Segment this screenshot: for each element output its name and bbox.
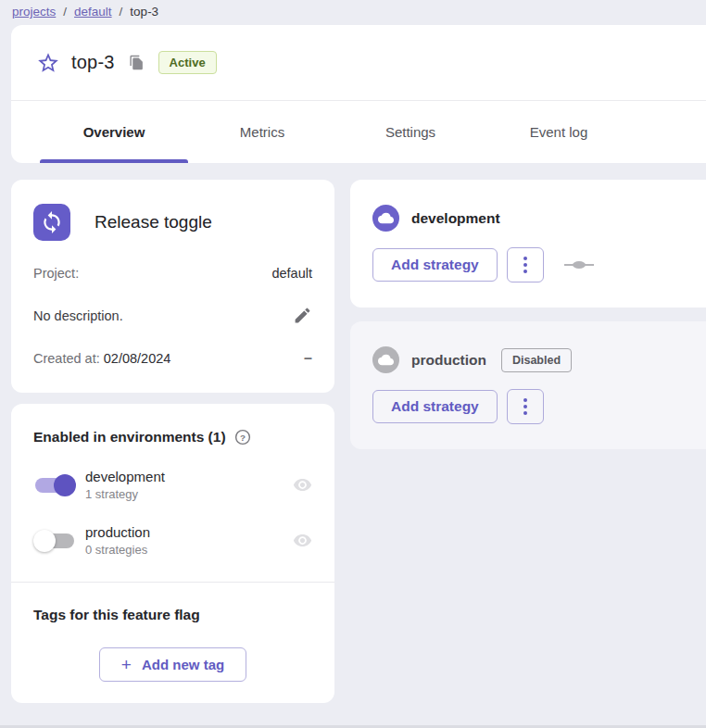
created-at-label: Created at: (33, 351, 100, 366)
feature-header-card: top-3 Active Overview Metrics Settings E… (11, 25, 706, 163)
help-icon[interactable]: ? (234, 429, 251, 446)
environment-name: development (85, 469, 165, 484)
tab-overview-label: Overview (83, 124, 145, 140)
cloud-icon (372, 205, 399, 232)
release-toggle-icon (33, 204, 70, 241)
environment-panel-name: development (411, 210, 500, 227)
tab-settings-label: Settings (385, 124, 435, 140)
environments-card: Enabled in environments (1) ? developmen… (11, 404, 334, 703)
description-text: No description. (33, 308, 123, 323)
dash-icon: – (304, 350, 312, 367)
tab-settings[interactable]: Settings (336, 101, 485, 163)
visibility-eye-icon[interactable] (293, 531, 312, 550)
svg-text:?: ? (240, 433, 246, 443)
environment-panel-production: production Disabled Add strategy (350, 321, 706, 449)
environment-disabled-badge: Disabled (501, 348, 572, 372)
visibility-eye-icon[interactable] (293, 475, 312, 495)
breadcrumb-current: top-3 (130, 5, 158, 19)
add-new-tag-label: Add new tag (142, 657, 224, 672)
environment-name: production (85, 524, 150, 540)
tab-metrics-label: Metrics (240, 124, 284, 140)
page-title: top-3 (71, 52, 115, 73)
production-toggle[interactable] (33, 529, 76, 553)
edit-description-icon[interactable] (293, 306, 312, 325)
environment-row-production: production 0 strategies (33, 524, 312, 557)
flag-type-row: Release toggle (33, 204, 312, 241)
tab-event-log-label: Event log (530, 124, 588, 140)
description-row: No description. (33, 306, 312, 325)
environment-panel-name: production (411, 352, 486, 369)
add-new-tag-button[interactable]: + Add new tag (99, 647, 246, 682)
environment-row-development: development 1 strategy (33, 469, 312, 501)
breadcrumb-separator: / (120, 5, 123, 19)
environment-more-options-button[interactable] (507, 389, 544, 424)
created-at-text: Created at: 02/08/2024 (33, 351, 170, 366)
flag-details-card: Release toggle Project: default No descr… (11, 180, 334, 393)
active-tab-indicator (40, 159, 188, 163)
plus-icon: + (121, 659, 132, 672)
tags-heading: Tags for this feature flag (33, 607, 312, 623)
card-divider (11, 582, 334, 583)
tab-event-log[interactable]: Event log (485, 101, 633, 163)
breadcrumb-default[interactable]: default (74, 5, 112, 19)
cloud-icon (372, 346, 399, 373)
favorite-star-icon[interactable] (36, 51, 60, 75)
flag-type-label: Release toggle (95, 212, 212, 232)
tab-metrics[interactable]: Metrics (188, 101, 336, 163)
environment-more-options-button[interactable] (507, 247, 544, 282)
title-row: top-3 Active (11, 25, 706, 100)
created-at-value: 02/08/2024 (104, 351, 171, 366)
breadcrumb-separator: / (63, 5, 67, 19)
project-label: Project: (33, 266, 79, 281)
created-at-row: Created at: 02/08/2024 – (33, 350, 312, 367)
add-strategy-button[interactable]: Add strategy (372, 390, 498, 423)
project-value: default (271, 266, 312, 281)
add-strategy-button[interactable]: Add strategy (372, 248, 498, 282)
project-row: Project: default (33, 266, 312, 281)
breadcrumb: projects / default / top-3 (0, 0, 706, 25)
status-badge: Active (158, 51, 217, 74)
tabs: Overview Metrics Settings Event log (11, 100, 706, 163)
strategy-separator-icon (564, 260, 594, 270)
environments-heading: Enabled in environments (1) (33, 429, 226, 446)
environment-strategy-count: 0 strategies (85, 543, 150, 557)
development-toggle[interactable] (33, 473, 76, 497)
environment-panel-development: development Add strategy (350, 180, 706, 308)
tab-overview[interactable]: Overview (40, 101, 188, 163)
copy-name-icon[interactable] (129, 55, 145, 70)
environment-strategy-count: 1 strategy (85, 487, 165, 501)
breadcrumb-projects[interactable]: projects (12, 5, 56, 19)
